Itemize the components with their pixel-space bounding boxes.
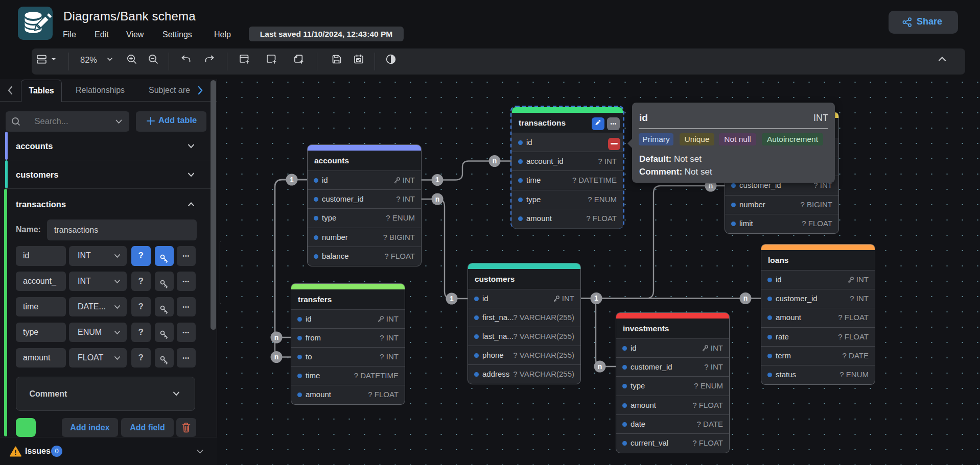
svg-text:1: 1 (594, 294, 598, 302)
svg-text:n: n (598, 362, 602, 371)
svg-text:n: n (435, 195, 440, 203)
svg-text:1: 1 (450, 295, 454, 303)
svg-text:n: n (709, 182, 713, 190)
svg-text:n: n (743, 294, 748, 302)
svg-text:n: n (274, 333, 279, 341)
svg-text:n: n (493, 157, 497, 165)
svg-text:1: 1 (435, 176, 439, 184)
svg-text:1: 1 (290, 176, 294, 184)
svg-text:n: n (274, 353, 279, 361)
